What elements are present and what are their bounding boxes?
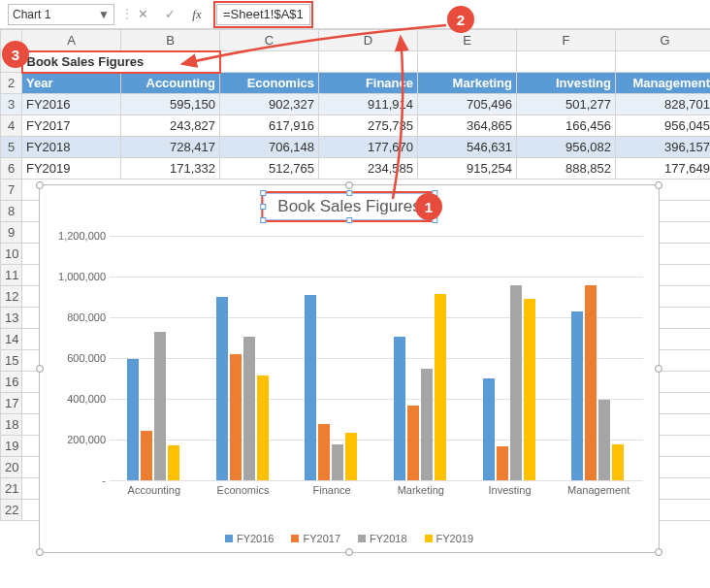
x-axis-label: Management <box>560 484 637 496</box>
name-box[interactable]: Chart 1 ▼ <box>8 4 114 25</box>
bar[interactable] <box>345 433 357 480</box>
bar[interactable] <box>394 337 405 480</box>
row-4[interactable]: 4 FY2017 243,827 617,916 275,735 364,865… <box>1 115 711 137</box>
row-6[interactable]: 6 FY2019 171,332 512,765 234,585 915,254… <box>1 158 711 180</box>
col-E[interactable]: E <box>418 30 517 51</box>
bar[interactable] <box>421 369 433 480</box>
y-axis-label: 1,000,000 <box>53 271 106 282</box>
bar[interactable] <box>154 332 166 480</box>
legend-label: FY2018 <box>370 533 407 544</box>
bar[interactable] <box>257 376 269 480</box>
bar-group[interactable] <box>571 236 629 480</box>
y-axis-label: 800,000 <box>53 311 106 323</box>
row-3[interactable]: 3 FY2016 595,150 902,327 911,914 705,496… <box>1 94 711 115</box>
legend-item[interactable]: FY2019 <box>425 533 474 544</box>
legend-item[interactable]: FY2016 <box>225 533 274 544</box>
accept-icon[interactable]: ✓ <box>159 4 180 25</box>
y-axis-label: 200,000 <box>53 434 106 445</box>
bar[interactable] <box>230 354 242 480</box>
bar-group[interactable] <box>394 236 452 480</box>
x-axis-label: Finance <box>293 484 371 496</box>
col-B[interactable]: B <box>121 30 220 51</box>
bar[interactable] <box>483 378 495 480</box>
bar-group[interactable] <box>305 236 363 480</box>
chart-legend[interactable]: FY2016FY2017FY2018FY2019 <box>40 533 659 544</box>
fx-icon[interactable]: fx <box>186 4 208 25</box>
legend-label: FY2019 <box>436 533 474 544</box>
bar[interactable] <box>168 445 179 480</box>
col-C[interactable]: C <box>220 30 319 51</box>
col-G[interactable]: G <box>616 30 711 51</box>
y-axis-label: 400,000 <box>53 393 106 405</box>
bar[interactable] <box>332 444 343 480</box>
legend-label: FY2016 <box>237 533 274 544</box>
chevron-down-icon[interactable]: ▼ <box>98 8 110 21</box>
bar[interactable] <box>305 295 316 481</box>
y-axis-label: 1,200,000 <box>53 230 106 242</box>
bar[interactable] <box>318 424 330 480</box>
legend-label: FY2017 <box>303 533 340 544</box>
chart-plot-area[interactable] <box>110 236 643 480</box>
legend-swatch <box>291 535 299 542</box>
y-axis-label: - <box>53 474 106 486</box>
chart-object[interactable]: Book Sales Figures FY2016FY2017FY2018FY2… <box>39 184 660 553</box>
x-axis-label: Marketing <box>382 484 460 496</box>
callout-2: 2 <box>447 6 474 33</box>
bar[interactable] <box>497 446 508 480</box>
bar-group[interactable] <box>216 236 274 480</box>
x-axis-label: Economics <box>205 484 282 496</box>
bar[interactable] <box>585 285 597 480</box>
cancel-icon[interactable]: ✕ <box>132 4 153 25</box>
bar[interactable] <box>524 299 535 480</box>
bar[interactable] <box>510 285 522 480</box>
callout-1: 1 <box>415 193 442 220</box>
x-axis-label: Investing <box>471 484 549 496</box>
cell-A1[interactable]: Book Sales Figures <box>22 51 220 73</box>
row-5[interactable]: 5 FY2018 728,417 706,148 177,670 546,631… <box>1 137 711 158</box>
bar[interactable] <box>243 337 255 480</box>
bar[interactable] <box>141 431 152 480</box>
col-D[interactable]: D <box>319 30 418 51</box>
formula-highlight: =Sheet1!$A$1 <box>213 1 313 28</box>
bar[interactable] <box>407 406 419 480</box>
legend-swatch <box>425 535 433 542</box>
row-1[interactable]: 1 Book Sales Figures <box>1 51 711 73</box>
name-box-value: Chart 1 <box>13 8 50 21</box>
x-axis-label: Accounting <box>115 484 193 496</box>
legend-item[interactable]: FY2018 <box>358 533 407 544</box>
legend-item[interactable]: FY2017 <box>291 533 340 544</box>
bar-group[interactable] <box>483 236 541 480</box>
bar[interactable] <box>612 444 624 480</box>
callout-3: 3 <box>2 41 29 68</box>
y-axis-label: 600,000 <box>53 352 106 364</box>
divider: ⋮ <box>120 6 126 23</box>
row-2[interactable]: 2 Year Accounting Economics Finance Mark… <box>1 73 711 94</box>
legend-swatch <box>225 535 233 542</box>
column-headers[interactable]: A B C D E F G <box>1 30 711 51</box>
bar[interactable] <box>435 294 446 480</box>
col-F[interactable]: F <box>517 30 616 51</box>
bar[interactable] <box>571 311 583 480</box>
formula-bar: Chart 1 ▼ ⋮ ✕ ✓ fx =Sheet1!$A$1 <box>0 0 710 29</box>
bar[interactable] <box>598 400 610 480</box>
chart-title[interactable]: Book Sales Figures <box>261 191 436 222</box>
col-A[interactable]: A <box>22 30 121 51</box>
formula-input[interactable]: =Sheet1!$A$1 <box>216 4 310 25</box>
bar-group[interactable] <box>127 236 185 480</box>
legend-swatch <box>358 535 366 542</box>
bar[interactable] <box>127 359 139 480</box>
bar[interactable] <box>216 297 228 480</box>
